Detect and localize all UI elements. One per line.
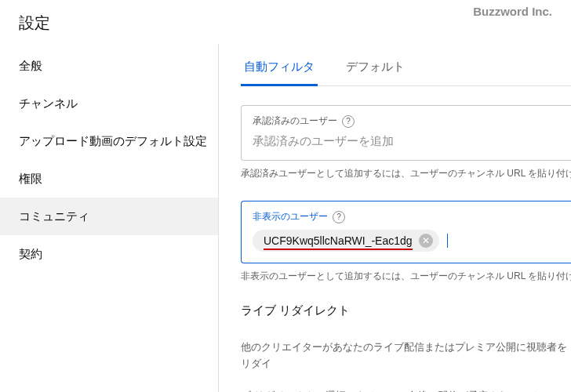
sidebar-item-label: チャンネル	[19, 96, 78, 111]
tab-default[interactable]: デフォルト	[343, 60, 408, 85]
spellcheck-underline	[264, 249, 413, 250]
chip-text: UCF9Kwq5llcNaRWI_-Eac1dg	[264, 234, 413, 247]
chip-remove-icon[interactable]: ✕	[419, 234, 433, 248]
text-cursor	[447, 234, 448, 248]
settings-sidebar: 全般 チャンネル アップロード動画のデフォルト設定 権限 コミュニティ 契約	[0, 44, 219, 392]
tab-auto-filter[interactable]: 自動フィルタ	[241, 60, 318, 85]
help-icon[interactable]: ?	[342, 115, 355, 128]
sidebar-item-label: 全般	[19, 59, 42, 74]
sidebar-item-channel[interactable]: チャンネル	[0, 85, 218, 122]
main-panel: 自動フィルタ デフォルト 承認済みのユーザー ? 承認済みのユーザーを追加 承認…	[219, 44, 571, 392]
sidebar-item-general[interactable]: 全般	[0, 47, 218, 85]
chip-row: UCF9Kwq5llcNaRWI_-Eac1dg ✕	[253, 230, 560, 252]
field-label-text: 非表示のユーザー	[253, 210, 328, 223]
sidebar-item-label: 契約	[19, 247, 42, 262]
sidebar-item-agreements[interactable]: 契約	[0, 235, 218, 273]
hidden-users-helper: 非表示のユーザーとして追加するには、ユーザーのチャンネル URL を貼り付け	[241, 270, 571, 283]
sidebar-item-label: コミュニティ	[19, 209, 89, 224]
chip-value: UCF9Kwq5llcNaRWI_-Eac1dg	[264, 234, 413, 247]
sidebar-item-label: 権限	[19, 172, 42, 187]
page-title: 設定	[19, 13, 552, 34]
body-line: 他のクリエイターがあなたのライブ配信またはプレミア公開に視聴者をリダイ	[241, 341, 567, 369]
hidden-users-field[interactable]: 非表示のユーザー ? UCF9Kwq5llcNaRWI_-Eac1dg ✕	[241, 201, 571, 263]
watermark: Buzzword Inc.	[473, 5, 552, 18]
live-redirect-body: 他のクリエイターがあなたのライブ配信またはプレミア公開に視聴者をリダイ ブ リダ…	[241, 323, 571, 392]
user-chip[interactable]: UCF9Kwq5llcNaRWI_-Eac1dg ✕	[253, 230, 439, 252]
sidebar-item-label: アップロード動画のデフォルト設定	[19, 134, 207, 149]
approved-users-placeholder: 承認済みのユーザーを追加	[253, 134, 560, 149]
approved-users-helper: 承認済みユーザーとして追加するには、ユーザーのチャンネル URL を貼り付け	[241, 167, 571, 180]
approved-users-field[interactable]: 承認済みのユーザー ? 承認済みのユーザーを追加	[241, 105, 571, 161]
approved-users-label: 承認済みのユーザー ?	[253, 114, 355, 128]
sidebar-item-upload-defaults[interactable]: アップロード動画のデフォルト設定	[0, 122, 218, 160]
hidden-users-label: 非表示のユーザー ?	[253, 210, 345, 223]
sidebar-item-permissions[interactable]: 権限	[0, 160, 218, 198]
tabs: 自動フィルタ デフォルト	[241, 60, 571, 86]
help-icon[interactable]: ?	[333, 211, 345, 223]
live-redirect-title: ライブ リダイレクト	[241, 303, 571, 318]
sidebar-item-community[interactable]: コミュニティ	[0, 198, 218, 235]
field-label-text: 承認済みのユーザー	[253, 114, 337, 128]
